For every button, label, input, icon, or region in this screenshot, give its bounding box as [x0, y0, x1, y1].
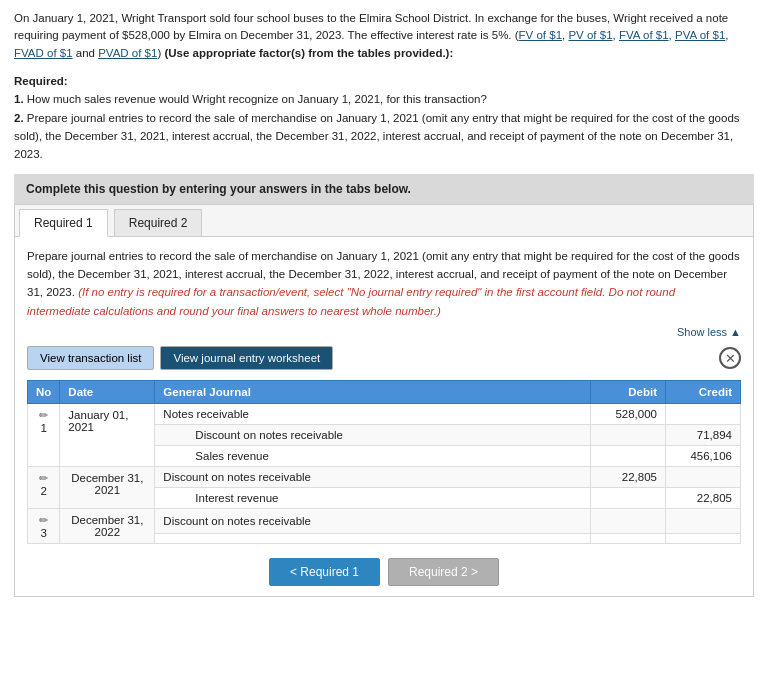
journal-table: No Date General Journal Debit Credit ✏ 1… [27, 380, 741, 544]
debit-1-0[interactable]: 528,000 [591, 404, 666, 425]
account-1-0[interactable]: Notes receivable [155, 404, 591, 425]
view-transaction-btn[interactable]: View transaction list [27, 346, 154, 370]
debit-2-1[interactable] [591, 488, 666, 509]
tab-content: Prepare journal entries to record the sa… [15, 237, 753, 597]
account-1-1[interactable]: Discount on notes receivable [155, 425, 591, 446]
account-3-1[interactable] [155, 533, 591, 544]
button-row: View transaction list View journal entry… [27, 346, 741, 370]
fv-link[interactable]: FV of $1 [519, 29, 562, 41]
bold-instruction: (Use appropriate factor(s) from the tabl… [164, 47, 453, 59]
credit-3-1[interactable] [666, 533, 741, 544]
show-less-link[interactable]: Show less ▲ [27, 326, 741, 338]
tab-required-2[interactable]: Required 2 [114, 209, 203, 236]
fvad-link[interactable]: FVAD of $1 [14, 47, 73, 59]
col-header-debit: Debit [591, 381, 666, 404]
credit-2-0[interactable] [666, 467, 741, 488]
debit-1-1[interactable] [591, 425, 666, 446]
tabs-container: Required 1 Required 2 Prepare journal en… [14, 204, 754, 598]
account-2-0[interactable]: Discount on notes receivable [155, 467, 591, 488]
prev-required-btn[interactable]: < Required 1 [269, 558, 380, 586]
credit-2-1[interactable]: 22,805 [666, 488, 741, 509]
credit-1-2[interactable]: 456,106 [666, 446, 741, 467]
col-header-journal: General Journal [155, 381, 591, 404]
date-1: January 01, 2021 [60, 404, 155, 467]
tabs-header: Required 1 Required 2 [15, 205, 753, 237]
account-2-1[interactable]: Interest revenue [155, 488, 591, 509]
next-required-btn[interactable]: Required 2 > [388, 558, 499, 586]
fva-link[interactable]: FVA of $1 [619, 29, 669, 41]
col-header-date: Date [60, 381, 155, 404]
debit-2-0[interactable]: 22,805 [591, 467, 666, 488]
debit-1-2[interactable] [591, 446, 666, 467]
edit-icon-1[interactable]: ✏ 1 [28, 404, 60, 467]
pvad-link[interactable]: PVAD of $1 [98, 47, 157, 59]
table-row: ✏ 1 January 01, 2021 Notes receivable 52… [28, 404, 741, 425]
edit-icon-2[interactable]: ✏ 2 [28, 467, 60, 509]
edit-icon-3[interactable]: ✏ 3 [28, 509, 60, 544]
account-3-0[interactable]: Discount on notes receivable [155, 509, 591, 534]
col-header-credit: Credit [666, 381, 741, 404]
table-row: ✏ 2 December 31, 2021 Discount on notes … [28, 467, 741, 488]
credit-1-0[interactable] [666, 404, 741, 425]
tab-description: Prepare journal entries to record the sa… [27, 247, 741, 321]
account-1-2[interactable]: Sales revenue [155, 446, 591, 467]
red-note: (If no entry is required for a transacti… [27, 286, 675, 316]
credit-3-0[interactable] [666, 509, 741, 534]
col-header-no: No [28, 381, 60, 404]
debit-3-0[interactable] [591, 509, 666, 534]
tab-required-1[interactable]: Required 1 [19, 209, 108, 237]
required-item-1: 1. How much sales revenue would Wright r… [14, 90, 754, 108]
nav-buttons: < Required 1 Required 2 > [27, 558, 741, 586]
required-section: Required: 1. How much sales revenue woul… [14, 72, 754, 164]
debit-3-1[interactable] [591, 533, 666, 544]
credit-1-1[interactable]: 71,894 [666, 425, 741, 446]
date-2: December 31, 2021 [60, 467, 155, 509]
complete-banner: Complete this question by entering your … [14, 174, 754, 204]
date-3: December 31, 2022 [60, 509, 155, 544]
required-header: Required: [14, 75, 68, 87]
required-item-2: 2. Prepare journal entries to record the… [14, 109, 754, 164]
table-row: ✏ 3 December 31, 2022 Discount on notes … [28, 509, 741, 534]
view-journal-btn[interactable]: View journal entry worksheet [160, 346, 333, 370]
pv-link[interactable]: PV of $1 [568, 29, 612, 41]
close-button[interactable]: ✕ [719, 347, 741, 369]
pva-link[interactable]: PVA of $1 [675, 29, 725, 41]
intro-paragraph: On January 1, 2021, Wright Transport sol… [14, 10, 754, 62]
